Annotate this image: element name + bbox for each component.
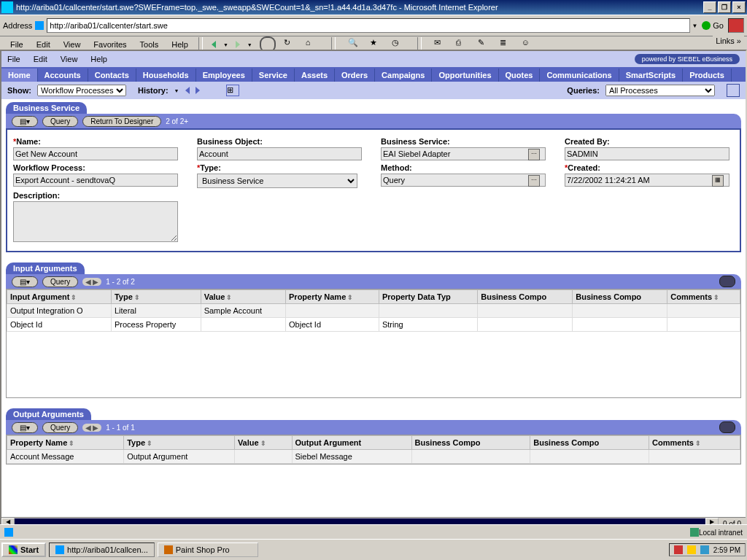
ie-menu-file[interactable]: File	[4, 39, 29, 50]
address-label: Address	[3, 21, 32, 30]
window-title: http://ariba01/callcenter/start.swe?SWEF…	[16, 3, 498, 12]
app-menubar: File Edit View Help powered by SIEBEL eB…	[1, 51, 746, 53]
ie-menu-help[interactable]: Help	[166, 39, 194, 50]
address-bar: Address ▼ Go	[0, 15, 747, 36]
ie-menu-edit[interactable]: Edit	[31, 39, 56, 50]
go-button[interactable]: Go	[702, 21, 724, 30]
minimize-button[interactable]: _	[703, 1, 716, 13]
ie-menu-tools[interactable]: Tools	[134, 39, 165, 50]
throbber-icon	[728, 18, 744, 33]
ie-icon	[1, 1, 13, 13]
maximize-button[interactable]: ❐	[718, 1, 731, 13]
url-input[interactable]	[47, 18, 690, 33]
back-icon[interactable]	[212, 41, 216, 48]
ie-menu-view[interactable]: View	[58, 39, 87, 50]
window-titlebar: http://ariba01/callcenter/start.swe?SWEF…	[0, 0, 747, 15]
siebel-app: File Edit View Help powered by SIEBEL eB…	[0, 50, 747, 53]
forward-icon[interactable]	[236, 41, 240, 48]
page-icon	[35, 21, 44, 30]
ie-menu-favorites[interactable]: Favorites	[88, 39, 132, 50]
links-label[interactable]: Links »	[713, 35, 744, 47]
url-dropdown-icon[interactable]: ▼	[692, 23, 697, 29]
close-button[interactable]: ×	[732, 1, 746, 13]
